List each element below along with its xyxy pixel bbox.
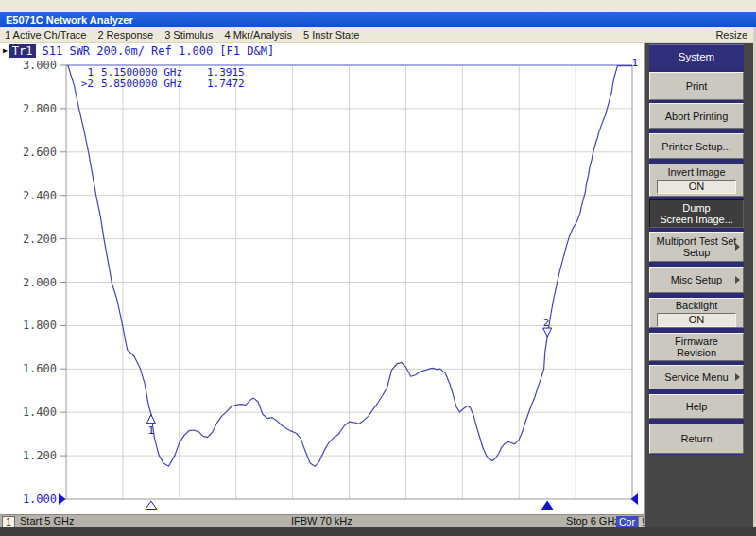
trace-status-bar: ▶ Tr1 S11 SWR 200.0m/ Ref 1.000 [F1 D&M] [0,43,274,58]
y-tick-label: 1.400 [4,406,57,418]
resize-control[interactable]: Resize [715,29,756,41]
status-bar: 1 Start 5 GHz IFBW 70 kHz Stop 6 GHz Cor… [0,514,646,527]
softkey-label: Abort Printing [665,111,729,122]
softkey-label: Return [680,433,712,444]
softkey-label: Service Menu [664,372,728,383]
y-tick-label: 1.600 [4,363,57,374]
dump-screen-image-button[interactable]: Dump Screen Image... [649,199,744,228]
y-tick-label: 1.800 [4,320,57,331]
invert-image-button[interactable]: Invert ImageON [649,164,744,197]
y-tick-label: 1.200 [4,450,57,461]
softkey-label: Invert Image [667,166,725,178]
print-button[interactable]: Print [649,72,744,100]
submenu-arrow-icon [735,243,740,251]
title-bar: E5071C Network Analyzer [0,12,756,27]
softkey-menu-title: System [649,44,744,69]
correction-badge: Cor [616,516,638,527]
softkey-label: Backlight [676,300,718,311]
menu-item-4[interactable]: 4 Mkr/Analysis [224,29,292,41]
marker-frequency: 5.8500000 GHz [101,78,207,90]
menu-item-3[interactable]: 3 Stimulus [164,29,213,41]
softkey-label: Multiport Test Set Setup [657,235,737,258]
help-button[interactable]: Help [649,394,744,419]
menu-item-1[interactable]: 1 Active Ch/Trace [5,29,86,41]
window-top-frame [0,0,756,12]
active-trace-arrow-icon: ▶ [3,46,8,55]
y-tick-label: 3.000 [4,60,57,71]
ifbw-label: IFBW 70 kHz [291,515,352,527]
menu-item-5[interactable]: 5 Instr State [303,29,359,41]
menu-bar: 1 Active Ch/Trace2 Response3 Stimulus4 M… [0,27,756,43]
firmware-revision-button[interactable]: Firmware Revision [649,333,744,361]
y-tick-label: 2.400 [4,190,57,201]
marker-value: 1.7472 [207,78,245,90]
window-title: E5071C Network Analyzer [6,14,133,26]
marker-number: >2 [75,78,94,90]
y-tick-label: 2.600 [4,147,57,158]
submenu-arrow-icon [735,276,740,284]
backlight-button[interactable]: BacklightON [649,298,744,328]
softkey-state: ON [657,313,736,327]
submenu-arrow-icon [735,373,740,381]
softkey-label: Help [686,401,708,412]
softkey-label: Print [686,80,708,92]
softkey-label: Firmware Revision [675,336,718,358]
softkey-label: Printer Setup... [662,141,730,152]
stop-frequency-label: Stop 6 GHz [566,515,620,527]
analyzer-window: E5071C Network Analyzer 1 Active Ch/Trac… [0,0,756,536]
trace-name-badge[interactable]: Tr1 [9,44,36,58]
y-tick-label: 2.000 [4,277,57,288]
menu-items: 1 Active Ch/Trace2 Response3 Stimulus4 M… [0,29,359,41]
softkey-state: ON [657,180,736,194]
softkey-label: Dump Screen Image... [660,202,733,225]
y-tick-label: 1.000 [4,493,57,505]
softkey-label: Misc Setup [671,274,722,285]
multiport-test-set-setup-button[interactable]: Multiport Test Set Setup [649,232,744,262]
window-bottom-frame [0,527,756,536]
start-frequency-label: Start 5 GHz [20,515,74,527]
service-menu-button[interactable]: Service Menu [649,365,744,389]
trace-parameters: S11 SWR 200.0m/ Ref 1.000 [F1 D&M] [43,44,275,58]
misc-setup-button[interactable]: Misc Setup [649,267,744,293]
abort-printing-button[interactable]: Abort Printing [649,103,744,129]
plot-panel [0,43,644,514]
marker-readout-row: >25.8500000 GHz1.7472 [75,78,245,90]
menu-item-2[interactable]: 2 Response [97,29,153,41]
softkey-buttons: PrintAbort PrintingPrinter Setup...Inver… [649,68,744,455]
y-tick-label: 2.800 [4,103,57,114]
y-tick-label: 2.200 [4,233,57,245]
return-button[interactable]: Return [649,424,744,454]
printer-setup-button[interactable]: Printer Setup... [649,133,744,159]
